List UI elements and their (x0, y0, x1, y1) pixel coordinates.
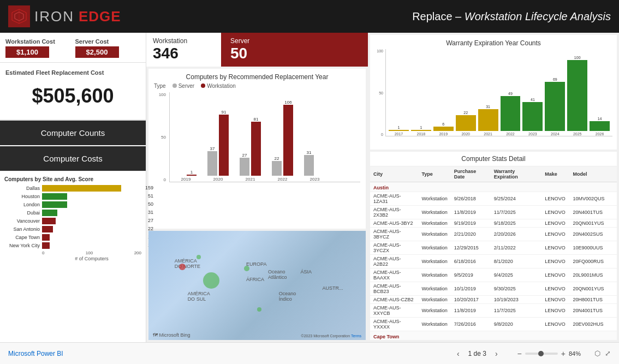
site-bar-row: London 50 (4, 201, 141, 208)
warranty-bar-group: 31 2021 (478, 105, 498, 136)
site-bar-value: 31 (148, 210, 153, 215)
workstation-type-label: Workstation (153, 37, 215, 45)
site-bar-label: New York City (4, 243, 40, 248)
site-bar-fill (42, 201, 67, 208)
site-bar-value: 51 (148, 193, 153, 199)
fullscreen-icon[interactable]: ⤢ (605, 349, 611, 357)
stats-table-wrapper[interactable]: CityTypePurchase DateWarranty Expiration… (370, 166, 617, 340)
server-cost-card: Server Cost $2,500 (75, 38, 141, 58)
table-row: ACME-AUS-XXYCBWorkstation11/8/201911/7/2… (370, 304, 617, 318)
logo-edge: EDGE (79, 8, 121, 25)
site-bar-row: Dallas 159 (4, 185, 141, 192)
site-bar-fill (42, 226, 53, 232)
logo-icon (8, 5, 30, 27)
zoom-control: − + 84% (517, 349, 581, 358)
site-bar-fill (42, 218, 56, 224)
warranty-bar-group: 100 2025 (567, 56, 587, 136)
workstation-cost-label: Workstation Cost (5, 38, 55, 45)
warranty-bar-group: 1 2017 (389, 126, 409, 136)
site-chart-content: Dallas 159 Houston 51 London 50 Dubai 31… (4, 185, 141, 249)
stats-col-header: City (370, 166, 418, 182)
site-chart-title: Computers by Site and Avg. Score (4, 176, 141, 182)
site-bar-container: 50 (42, 201, 141, 208)
site-bar-value: 159 (145, 185, 153, 190)
site-bar-container: 15 (42, 242, 141, 249)
warranty-bar-group: 1 2018 (411, 126, 431, 136)
site-bar-row: Dubai 31 (4, 210, 141, 216)
replacement-bar-group: 37 91 2020 (207, 110, 229, 182)
zoom-slider[interactable] (525, 353, 558, 355)
table-row: ACME-AUS-YXXXXWorkstation7/26/20169/8/20… (370, 318, 617, 331)
app-header: IRON EDGE Replace – Workstation Lifecycl… (0, 0, 619, 33)
computer-stats: Computer Stats Detail CityTypePurchase D… (370, 152, 617, 340)
warranty-bar-area: 100 50 0 1 2017 1 2018 6 2019 22 2020 31… (374, 49, 612, 136)
replacement-bar-group: 27 81 2021 (240, 117, 261, 182)
site-bar-row: New York City 15 (4, 242, 141, 249)
site-bar-container: 159 (42, 185, 141, 192)
site-bar-row: Cape Town 15 (4, 234, 141, 241)
warranty-bar-group: 22 2020 (456, 111, 476, 136)
workstation-label-section: Workstation 346 (146, 33, 223, 67)
zoom-in-button[interactable]: + (561, 349, 566, 358)
map-logo: 🗺 Microsoft Bing (153, 332, 191, 338)
next-page-button[interactable]: › (492, 348, 501, 359)
replacement-bar-area: 100 50 0 1 2019 37 (154, 92, 360, 182)
table-row: ACME-AUS-CZB2Workstation10/20/201710/19/… (370, 296, 617, 304)
workstation-header: Workstation 346 Server 50 (146, 33, 368, 67)
table-row: ACME-AUS-3YCZXWorkstation12/29/20152/11/… (370, 241, 617, 255)
table-row: ACME-AUS-BCB23Workstation10/1/20199/30/2… (370, 282, 617, 296)
workstation-count: 346 (153, 45, 215, 62)
zoom-percentage: 84% (569, 350, 581, 357)
warranty-bar-group: 49 2022 (501, 92, 521, 136)
warranty-chart: Warranty Expiration Year Counts 100 50 0… (370, 35, 617, 150)
workstation-cost-value: $1,100 (5, 46, 49, 58)
powerbi-link[interactable]: Microsoft Power BI (8, 350, 63, 357)
logo-iron: IRON (34, 8, 74, 25)
x-axis-labels: 0 100 200 (42, 250, 141, 255)
table-row: ACME-AUS-3BY2Workstation9/19/20199/18/20… (370, 219, 617, 228)
logo: IRON EDGE (8, 5, 121, 27)
zoom-out-button[interactable]: − (517, 349, 522, 358)
site-bar-value: 50 (148, 201, 153, 207)
cost-cards: Workstation Cost $1,100 Server Cost $2,5… (0, 33, 146, 63)
prev-page-button[interactable]: ‹ (454, 348, 463, 359)
site-bar-fill (42, 210, 57, 216)
site-bar-row: Vancouver 27 (4, 218, 141, 224)
workstation-cost-card: Workstation Cost $1,100 (5, 38, 71, 58)
left-panel: Workstation Cost $1,100 Server Cost $2,5… (0, 33, 146, 342)
site-bar-label: Houston (4, 194, 40, 199)
site-bar-label: Vancouver (4, 218, 40, 224)
table-row: ACME-AUS-2X3B2Workstation11/8/201911/7/2… (370, 206, 617, 219)
site-bar-label: London (4, 202, 40, 207)
site-chart: Computers by Site and Avg. Score Dallas … (0, 172, 146, 342)
table-row: ACME-AUS-3BYCZWorkstation2/21/20202/20/2… (370, 228, 617, 241)
stats-col-header: Make (541, 166, 569, 182)
stats-group-header: Austin (370, 182, 617, 192)
replacement-bar-group: 1 2019 (175, 170, 197, 182)
server-count: 50 (230, 45, 250, 62)
replacement-chart: Computers by Recommended Replacement Yea… (148, 69, 366, 229)
computer-costs-button[interactable]: Computer Costs (0, 146, 146, 171)
site-bar-fill (42, 193, 67, 200)
stats-col-header: Model (570, 166, 617, 182)
site-bar-fill (42, 185, 121, 192)
chart-legend: Type Server Workstation (154, 83, 360, 89)
server-type-label: Server (230, 37, 250, 45)
fleet-cost-title: Estimated Fleet Replacement Cost (5, 69, 140, 76)
nav-controls: ‹ 1 de 3 › − + 84% ⬡ ⤢ (454, 348, 611, 359)
stats-col-header: Type (418, 166, 450, 182)
zoom-thumb (538, 351, 544, 356)
map-area: AMÉRICADO NORTE AMÉRICADO SUL EUROPA ÁFR… (148, 231, 366, 340)
x-axis-title: # of Computers (42, 256, 141, 261)
stats-table: CityTypePurchase DateWarranty Expiration… (370, 166, 617, 340)
warranty-bar-group: 6 2019 (433, 122, 454, 136)
computer-counts-button[interactable]: Computer Counts (0, 121, 146, 145)
share-icon[interactable]: ⬡ (594, 349, 600, 357)
page-indicator: 1 de 3 (468, 350, 486, 357)
fleet-cost-section: Estimated Fleet Replacement Cost $505,60… (0, 63, 146, 121)
site-bar-label: Dallas (4, 186, 40, 191)
stats-col-header: Warranty Expiration (491, 166, 542, 182)
table-row: ACME-AUS-A2B22Workstation6/18/20168/1/20… (370, 255, 617, 268)
server-label-section: Server 50 (224, 33, 257, 67)
site-bar-row: San Antonio 22 (4, 226, 141, 232)
